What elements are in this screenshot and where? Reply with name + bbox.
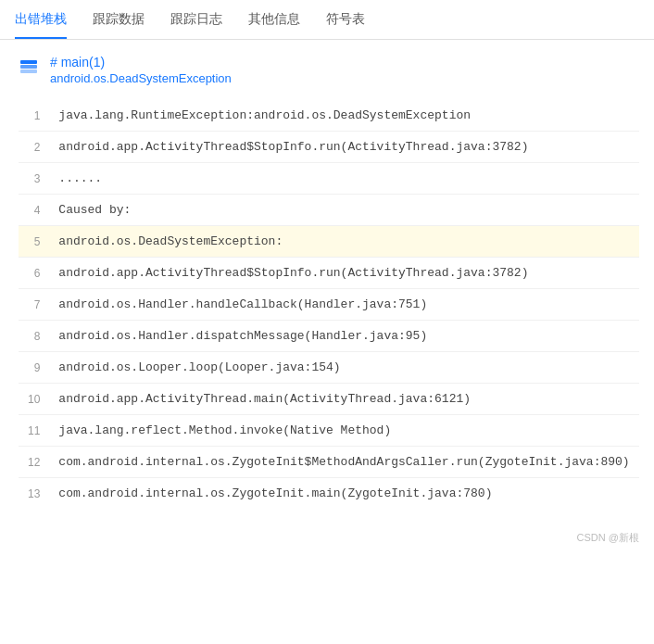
tab-trace-data[interactable]: 跟踪数据: [93, 0, 145, 39]
line-number: 7: [19, 289, 49, 321]
stack-code-cell: Caused by:: [49, 195, 638, 226]
line-number: 3: [19, 163, 49, 195]
line-number: 10: [19, 384, 49, 415]
stack-row: 12com.android.internal.os.ZygoteInit$Met…: [19, 447, 639, 478]
svg-rect-1: [20, 65, 37, 69]
stack-code-cell: android.os.Looper.loop(Looper.java:154): [49, 352, 638, 384]
exception-info: # main(1) android.os.DeadSystemException: [50, 55, 232, 85]
tab-symbol-table[interactable]: 符号表: [326, 0, 365, 39]
stack-code-cell: android.app.ActivityThread.main(Activity…: [49, 384, 638, 415]
stack-icon: [19, 57, 39, 82]
tab-trace-log[interactable]: 跟踪日志: [170, 0, 222, 39]
line-number: 6: [19, 258, 49, 289]
line-number: 13: [19, 478, 49, 510]
stack-row: 1java.lang.RuntimeException:android.os.D…: [19, 100, 639, 132]
stack-table: 1java.lang.RuntimeException:android.os.D…: [19, 100, 639, 509]
line-number: 4: [19, 195, 49, 226]
stack-row: 8android.os.Handler.dispatchMessage(Hand…: [19, 321, 639, 352]
stack-row: 2android.app.ActivityThread$StopInfo.run…: [19, 132, 639, 163]
exception-sub-label: android.os.DeadSystemException: [50, 71, 232, 85]
stack-code-cell: android.os.Handler.dispatchMessage(Handl…: [49, 321, 638, 352]
stack-row: 3......: [19, 163, 639, 195]
stack-code-cell: ......: [49, 163, 638, 195]
stack-row: 5android.os.DeadSystemException:: [19, 226, 639, 258]
stack-code-cell: java.lang.reflect.Method.invoke(Native M…: [49, 415, 638, 447]
line-number: 8: [19, 321, 49, 352]
stack-code-cell: android.os.DeadSystemException:: [49, 226, 638, 258]
svg-rect-2: [20, 69, 37, 73]
line-number: 5: [19, 226, 49, 258]
stack-code-cell: com.android.internal.os.ZygoteInit$Metho…: [49, 447, 638, 478]
stack-row: 11java.lang.reflect.Method.invoke(Native…: [19, 415, 639, 447]
stack-row: 13com.android.internal.os.ZygoteInit.mai…: [19, 478, 639, 510]
line-number: 2: [19, 132, 49, 163]
tab-crash-stack[interactable]: 出错堆栈: [15, 0, 67, 39]
stack-row: 9android.os.Looper.loop(Looper.java:154): [19, 352, 639, 384]
stack-code-cell: android.os.Handler.handleCallback(Handle…: [49, 289, 638, 321]
exception-header: # main(1) android.os.DeadSystemException: [19, 55, 635, 85]
line-number: 1: [19, 100, 49, 132]
stack-code-cell: android.app.ActivityThread$StopInfo.run(…: [49, 258, 638, 289]
exception-main-label: # main(1): [50, 55, 232, 69]
tab-other-info[interactable]: 其他信息: [248, 0, 300, 39]
watermark: CSDN @新根: [0, 524, 654, 552]
tab-bar: 出错堆栈跟踪数据跟踪日志其他信息符号表: [0, 0, 654, 40]
stack-code-cell: java.lang.RuntimeException:android.os.De…: [49, 100, 638, 132]
stack-code-cell: android.app.ActivityThread$StopInfo.run(…: [49, 132, 638, 163]
stack-row: 10android.app.ActivityThread.main(Activi…: [19, 384, 639, 415]
line-number: 9: [19, 352, 49, 384]
line-number: 11: [19, 415, 49, 447]
svg-rect-0: [20, 60, 37, 64]
stack-row: 4Caused by:: [19, 195, 639, 226]
stack-row: 6android.app.ActivityThread$StopInfo.run…: [19, 258, 639, 289]
stack-code-cell: com.android.internal.os.ZygoteInit.main(…: [49, 478, 638, 510]
main-content: # main(1) android.os.DeadSystemException…: [0, 40, 654, 524]
line-number: 12: [19, 447, 49, 478]
stack-row: 7android.os.Handler.handleCallback(Handl…: [19, 289, 639, 321]
